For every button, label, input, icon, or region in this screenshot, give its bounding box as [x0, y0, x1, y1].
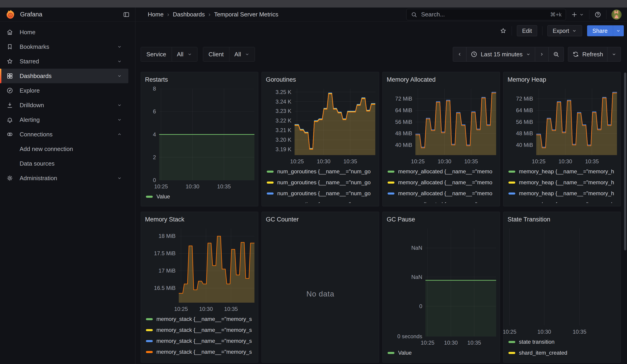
panel-title[interactable]: Memory Stack — [145, 216, 254, 223]
sidebar-item-administration[interactable]: Administration — [0, 171, 128, 185]
refresh-interval-button[interactable] — [607, 47, 621, 61]
panel-title[interactable]: GC Counter — [266, 216, 375, 223]
x-tick-label: 10:25 — [503, 329, 517, 335]
plot[interactable] — [536, 89, 617, 155]
help-button[interactable] — [594, 11, 601, 18]
legend-item[interactable]: Value — [388, 347, 496, 358]
refresh-button[interactable]: Refresh — [568, 47, 607, 61]
x-tick-label: 10:25 — [421, 340, 434, 346]
y-axis: 3.25 K3.24 K3.23 K3.22 K3.21 K3.20 K3.19… — [265, 89, 295, 155]
legend-item[interactable]: memory_stack {__name__="memory_s — [146, 324, 255, 335]
legend-item[interactable]: memory_heap {__name__="memory_h — [508, 199, 617, 203]
plot[interactable] — [508, 228, 617, 325]
time-range-picker[interactable]: Last 15 minutes — [466, 47, 535, 61]
panel-title[interactable]: Restarts — [145, 76, 254, 83]
grafana-logo[interactable] — [5, 9, 15, 20]
share-split-button: Share — [587, 25, 624, 36]
add-button[interactable] — [571, 11, 584, 18]
panel-title[interactable]: Goroutines — [266, 76, 375, 83]
plot[interactable] — [416, 89, 496, 155]
breadcrumb-separator: › — [167, 11, 169, 18]
panel-title[interactable]: Memory Heap — [508, 76, 617, 83]
y-tick-label: 72 MiB — [395, 96, 412, 102]
sidebar-item-label: Dashboards — [20, 73, 52, 80]
legend-item[interactable]: num_goroutines {__name__="num_go — [267, 188, 375, 199]
legend-item[interactable]: shard_item_created — [508, 347, 617, 358]
legend-item[interactable]: Value — [146, 191, 255, 202]
chart-area: 72 MiB64 MiB56 MiB48 MiB40 MiB10:2510:30… — [386, 89, 496, 203]
filter-value-dropdown[interactable]: All — [172, 47, 197, 61]
breadcrumb-item-temporal-server-metrics[interactable]: Temporal Server Metrics — [214, 11, 278, 18]
sidebar-item-home[interactable]: Home — [0, 25, 128, 40]
filter-value-dropdown[interactable]: All — [229, 47, 255, 61]
y-tick-label: 64 MiB — [395, 107, 412, 113]
chart-area: 8642010:2510:3010:35Value — [145, 89, 255, 203]
no-data-message: No data — [265, 228, 375, 359]
sidebar-item-add-new-connection[interactable]: Add new connection — [0, 142, 128, 156]
scrollbar-thumb[interactable] — [624, 73, 626, 250]
avatar[interactable] — [612, 9, 622, 20]
star-icon — [6, 58, 13, 65]
panel-title[interactable]: State Transition — [508, 216, 617, 223]
legend-item[interactable]: state transition — [508, 336, 617, 347]
filter-value: All — [234, 51, 241, 58]
y-tick-label: 16.5 MiB — [154, 285, 176, 291]
legend-label: memory_allocated {__name__="memo — [398, 190, 492, 197]
edit-button[interactable]: Edit — [517, 25, 537, 36]
time-forward-button[interactable] — [535, 47, 548, 61]
legend-item[interactable]: memory_heap {__name__="memory_h — [508, 177, 617, 188]
panel-title[interactable]: GC Pause — [387, 216, 496, 223]
breadcrumb-separator: › — [209, 11, 210, 18]
sidebar-item-starred[interactable]: Starred — [0, 54, 128, 69]
legend-item[interactable]: memory_stack {__name__="memory_s — [146, 313, 255, 324]
zoom-out-button[interactable] — [548, 47, 564, 61]
breadcrumb-item-home[interactable]: Home — [148, 11, 163, 18]
filter-bar: ServiceAllClientAll Last 15 minutes Refr… — [141, 46, 621, 62]
chart-area: 3.25 K3.24 K3.23 K3.22 K3.21 K3.20 K3.19… — [265, 89, 375, 203]
legend-label: num_goroutines {__name__="num_go — [277, 190, 371, 197]
plot[interactable] — [295, 89, 375, 155]
sidebar-item-drilldown[interactable]: Drilldown — [0, 98, 128, 112]
legend-item[interactable]: memory_stack {__name__="memory_s — [146, 335, 255, 346]
legend-item[interactable]: memory_allocated {__name__="memo — [388, 177, 496, 188]
breadcrumb-item-dashboards[interactable]: Dashboards — [173, 11, 205, 18]
legend-item[interactable]: memory_stack {__name__="memory_s — [146, 346, 255, 357]
legend-series-dash — [146, 340, 153, 342]
legend-item[interactable]: memory_heap {__name__="memory_h — [508, 188, 617, 199]
favorite-star-button[interactable] — [500, 27, 507, 34]
legend-item[interactable]: memory_allocated {__name__="memo — [388, 188, 496, 199]
legend-item[interactable]: memory_heap {__name__="memory_h — [508, 166, 617, 177]
y-tick-label: 3.19 K — [276, 146, 291, 153]
share-menu-button[interactable] — [613, 25, 624, 36]
sidebar-item-connections[interactable]: Connections — [0, 127, 128, 142]
sidebar-item-bookmarks[interactable]: Bookmarks — [0, 40, 128, 54]
refresh-label: Refresh — [582, 51, 603, 58]
zoom-out-icon — [553, 51, 560, 58]
x-tick-label: 10:35 — [343, 158, 357, 165]
plot[interactable] — [159, 89, 255, 180]
filter-label: Client — [203, 47, 229, 61]
legend-item[interactable]: memory_allocated {__name__="memo — [388, 199, 496, 203]
legend-label: shard_item_created — [519, 350, 567, 356]
plot[interactable] — [425, 228, 496, 336]
gear-icon — [6, 175, 13, 182]
sidebar-toggle-button[interactable] — [123, 11, 130, 18]
sidebar-item-explore[interactable]: Explore — [0, 83, 128, 98]
sidebar-item-dashboards[interactable]: Dashboards — [0, 69, 128, 83]
search-input[interactable]: Search... ⌘+k — [406, 9, 566, 20]
legend-item[interactable]: memory_allocated {__name__="memo — [388, 166, 496, 177]
share-button[interactable]: Share — [587, 25, 613, 36]
sidebar-item-data-sources[interactable]: Data sources — [0, 156, 128, 171]
y-axis: NaNNaN00 seconds — [386, 228, 425, 336]
plot[interactable] — [179, 228, 255, 303]
panel-title[interactable]: Memory Allocated — [387, 76, 496, 83]
filter-service[interactable]: ServiceAll — [141, 47, 198, 62]
legend-item[interactable]: num_goroutines {__name__="num_go — [267, 166, 375, 177]
sidebar-item-alerting[interactable]: Alerting — [0, 112, 128, 127]
legend-label: memory_stack {__name__="memory_s — [157, 338, 252, 344]
time-back-button[interactable] — [453, 47, 466, 61]
export-button[interactable]: Export — [547, 25, 582, 36]
legend-item[interactable]: num_goroutines {__name__="num_go — [267, 177, 375, 188]
legend-item[interactable]: num_goroutines {__name__="num_go — [267, 199, 375, 203]
filter-client[interactable]: ClientAll — [203, 47, 255, 62]
